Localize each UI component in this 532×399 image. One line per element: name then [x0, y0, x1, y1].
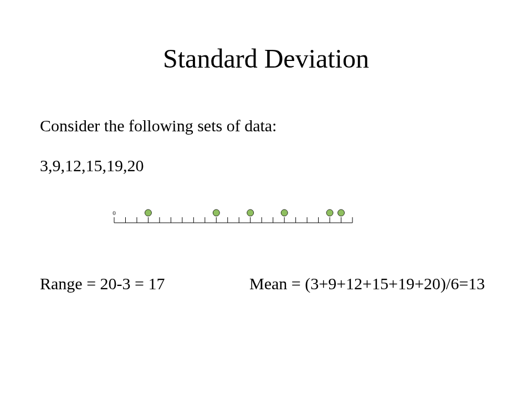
svg-point-28: [281, 209, 288, 216]
svg-point-30: [338, 209, 345, 216]
svg-text:0: 0: [112, 209, 116, 216]
page-title: Standard Deviation: [0, 43, 532, 74]
number-line-chart: 020: [109, 201, 358, 234]
svg-point-26: [213, 209, 219, 216]
intro-text: Consider the following sets of data:: [40, 116, 277, 135]
slide: Standard Deviation Consider the followin…: [0, 0, 532, 399]
dataset-text: 3,9,12,15,19,20: [40, 156, 144, 175]
svg-point-25: [145, 209, 151, 216]
mean-text: Mean = (3+9+12+15+19+20)/6=13: [249, 274, 485, 293]
number-line-svg: 020: [109, 201, 358, 234]
svg-point-29: [326, 209, 333, 216]
svg-point-27: [247, 209, 254, 216]
range-text: Range = 20-3 = 17: [40, 274, 165, 293]
